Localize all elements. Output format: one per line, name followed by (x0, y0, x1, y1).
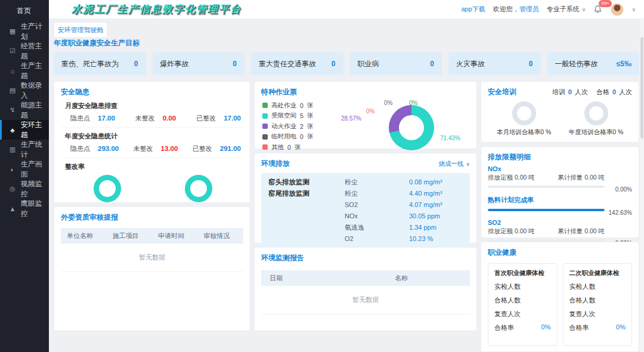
stat-label: 已整改 (193, 144, 212, 153)
limit-name: 熟料计划完成率 (488, 196, 632, 205)
sidebar-item-label: 安环主题 (21, 120, 49, 140)
sidebar-item-video-monitor[interactable]: ◎ 视频监控 (0, 179, 49, 199)
legend-item-other[interactable]: 其他0张 (262, 142, 340, 153)
emission-name: 粉尘 (345, 177, 409, 188)
emission-group (268, 199, 345, 211)
emission-group (268, 233, 345, 245)
sidebar-item-business-theme[interactable]: ☑ 经营主题 (0, 41, 49, 61)
stat-value: 293.00 (98, 145, 119, 152)
stat-label: 已整改 (196, 114, 216, 123)
panel-env-emissions: 环境排放 烧成一线 ∨ 窑头排放监测粉尘0.08 mg/m³ 窑尾排放监测粉尘4… (254, 153, 477, 243)
column-header: 日期 (261, 274, 333, 283)
slice-label-height-work: 0% (409, 100, 417, 106)
legend-item-confined-space[interactable]: 受限空间5张 (262, 111, 340, 122)
sidebar-item-label: 生产计划 (21, 21, 49, 42)
legend-unit: 张 (295, 143, 301, 152)
progress-track (488, 186, 605, 188)
progress-fill (488, 209, 605, 211)
health-row-label: 合格人数 (569, 296, 596, 305)
legend-unit: 张 (307, 112, 314, 120)
donut-ring (94, 175, 121, 202)
sidebar-item-production-stats[interactable]: ▥ 生产统计 (0, 140, 49, 159)
sidebar-item-data-entry[interactable]: ▤ 数据录入 (0, 81, 49, 100)
panel-title: 环境排放 (261, 159, 290, 169)
calendar-icon: ▦ (8, 27, 17, 35)
panel-title: 排放限额明细 (488, 152, 632, 162)
mountain-icon: ▲ (8, 205, 17, 212)
sidebar-item-label: 鹰眼监控 (21, 199, 49, 219)
sidebar-item-production-screen[interactable]: ◐ 生产画面 (0, 159, 49, 179)
column-header: 审核情况 (198, 231, 244, 240)
target-value: 0 (430, 60, 434, 68)
legend-item-temp-power[interactable]: 临时用电0张 (262, 132, 340, 143)
legend-label: 临时用电 (271, 132, 296, 141)
panel-occupational-health: 职业健康 首次职业健康体检 实检人数 合格人数 复查人次 合格率0% 二次职业健… (481, 242, 639, 352)
stat-label: 隐患点 (70, 144, 90, 153)
top-header: 水泥工厂生产信息数字化管理平台 app下载 欢迎您，管理员 专业子系统 ∨ 99… (49, 0, 644, 19)
training-donuts: 本月培训合格率0 % 年度培训合格率0 % (488, 101, 632, 137)
quota-text: 排放定额 0.00 吨 (488, 174, 535, 182)
legend-item-hot-work[interactable]: 动火作业2张 (262, 121, 340, 132)
truck-icon: ▥ (8, 146, 17, 153)
health-card-second-checkup: 二次职业健康体检 实检人数 合格人数 复查人次 合格率0% (563, 263, 633, 346)
limit-item-nox: NOx 排放定额 0.00 吨 累计排量 0.00 吨 0.00% (488, 165, 632, 193)
tab-bar: 安环管理驾驶舱 (49, 19, 644, 37)
subsystem-dropdown[interactable]: 专业子系统 ∨ (547, 5, 586, 14)
chevron-down-icon: ∨ (466, 161, 470, 167)
clipboard-icon: ▤ (8, 87, 17, 94)
target-label: 一般轻伤事故 (555, 59, 598, 69)
permits-legend: 高处作业0张 受限空间5张 动火作业2张 临时用电0张 其他0张 (261, 100, 340, 154)
progress-percent: 142.63% (607, 209, 632, 216)
column-header: 单位名称 (61, 231, 107, 240)
health-card-title: 二次职业健康体检 (569, 269, 626, 277)
health-row-value: 0% (616, 323, 626, 332)
legend-item-height-work[interactable]: 高处作业0张 (262, 100, 340, 111)
sidebar-item-home[interactable]: 首页 (0, 0, 49, 21)
emission-name: NOx (345, 211, 409, 222)
target-label: 重伤、死亡事故为 (61, 59, 119, 69)
sidebar-item-production-plan[interactable]: ▦ 生产计划 (0, 21, 49, 41)
scrollbar-thumb[interactable] (640, 37, 643, 138)
target-card-casualty: 重伤、死亡事故为0 (54, 53, 146, 75)
legend-count: 0 (287, 144, 291, 151)
production-line-selector[interactable]: 烧成一线 ∨ (438, 160, 470, 168)
targets-title: 年度职业健康安全生产目标 (54, 38, 639, 48)
emission-group (268, 222, 345, 233)
sidebar-item-production-theme[interactable]: ⌂ 生产主题 (0, 61, 49, 81)
sidebar-item-safety-env-theme[interactable]: ♣ 安环主题 (0, 120, 49, 140)
energy-icon: ↯ (8, 106, 17, 114)
sidebar-item-eagle-eye-monitor[interactable]: ▲ 鹰眼监控 (0, 199, 49, 218)
health-row-label: 合格率 (569, 323, 589, 332)
target-value: 0 (529, 60, 533, 68)
app-download-link[interactable]: app下载 (461, 5, 485, 14)
sidebar-item-energy-theme[interactable]: ↯ 能源主题 (0, 100, 49, 120)
scrollbar[interactable] (640, 19, 644, 352)
donut-ring (185, 175, 212, 202)
sidebar-item-label: 经营主题 (21, 41, 49, 61)
column-header: 名称 (333, 274, 470, 283)
target-label: 职业病 (358, 59, 379, 69)
panel-title: 外委资质审核提报 (61, 212, 243, 223)
health-row-value: 0% (541, 323, 551, 332)
stat-label: 培训 (552, 88, 565, 97)
panel-safety-training: 安全培训 培训0人次 合格0人次 本月培训合格率0 % 年度培训合格率0 % (481, 81, 639, 143)
notification-bell-button[interactable]: 99+ (593, 5, 603, 14)
avatar[interactable] (611, 3, 624, 16)
tab-safety-env-cockpit[interactable]: 安环管理驾驶舱 (54, 23, 107, 37)
health-card-first-checkup: 首次职业健康体检 实检人数 合格人数 复查人次 合格率0% (488, 263, 558, 346)
cumulative-text: 累计排量 0.00 吨 (558, 227, 605, 236)
emission-value: 10.23 % (409, 233, 463, 245)
chevron-down-icon[interactable]: ∨ (631, 7, 636, 13)
username-link[interactable]: 管理员 (519, 5, 539, 13)
health-row-label: 复查人次 (569, 310, 596, 319)
target-label: 爆炸事故 (160, 59, 189, 69)
panel-outsourcing-review: 外委资质审核提报 单位名称 施工项目 申请时间 审核情况 暂无数据 (54, 206, 250, 331)
reports-table-header: 日期 名称 (261, 270, 470, 286)
brand-title: 水泥工厂生产信息数字化管理平台 (72, 2, 242, 16)
emission-name: 氨逃逸 (345, 222, 409, 233)
donut-label: 年度培训合格率 (569, 128, 613, 135)
legend-swatch (262, 113, 268, 119)
stat-label: 未整改 (134, 144, 153, 153)
cumulative-text: 累计排量 0.00 吨 (558, 174, 605, 182)
quota-text: 排放定额 0.00 吨 (488, 227, 535, 236)
